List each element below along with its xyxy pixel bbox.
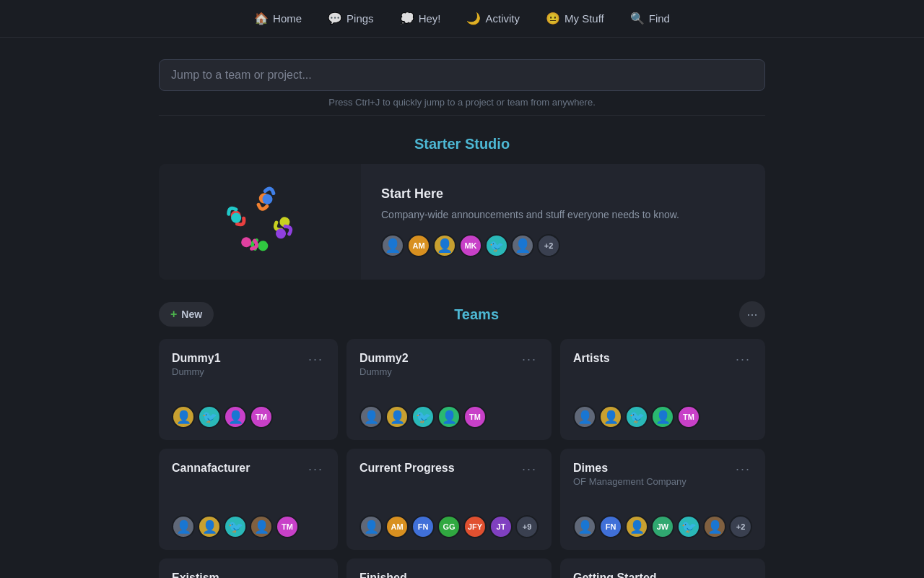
avatar: 👤 (573, 405, 596, 428)
search-input[interactable] (159, 59, 765, 91)
avatar: 👤 (703, 515, 726, 538)
avatar-tm: TM (250, 405, 273, 428)
avatar: 👤 (172, 515, 195, 538)
new-button-label: New (181, 309, 202, 320)
team-members-row: 👤 🐦 👤 TM (172, 405, 325, 428)
avatar-jw: JW (651, 515, 674, 538)
team-card-dummy2[interactable]: Dummy2 Dummy ··· 👤 👤 🐦 👤 TM (346, 339, 552, 440)
search-hint: Press Ctrl+J to quickly jump to a projec… (159, 97, 765, 108)
nav-find[interactable]: 🔍 Find (620, 7, 680, 30)
team-name: Dummy1 (172, 352, 221, 365)
avatar: 🐦 (677, 515, 700, 538)
team-card-header: Cannafacturer ··· (172, 462, 325, 477)
team-menu-button[interactable]: ··· (307, 352, 325, 367)
avatar: 👤 (651, 405, 674, 428)
team-menu-button[interactable]: ··· (520, 352, 539, 367)
avatar: 👤 (599, 405, 622, 428)
hey-icon: 💭 (400, 12, 414, 25)
avatar: 👤 (511, 234, 534, 257)
studio-project-desc: Company-wide announcements and stuff eve… (381, 207, 745, 223)
new-team-button[interactable]: + New (159, 302, 214, 327)
team-title-group: Artists (573, 352, 610, 366)
starter-studio-card[interactable]: Start Here Company-wide announcements an… (159, 164, 765, 280)
studio-logo-panel (159, 164, 361, 280)
avatar: 👤 (437, 405, 461, 428)
team-card-finished[interactable]: Finished ··· (346, 558, 552, 578)
team-menu-button[interactable]: ··· (520, 571, 539, 578)
team-menu-button[interactable]: ··· (734, 571, 752, 578)
team-card-header: Artists ··· (573, 352, 752, 367)
avatar-tm: TM (463, 405, 487, 428)
nav-home[interactable]: 🏠 Home (244, 7, 312, 30)
team-card-current-progress[interactable]: Current Progress ··· 👤 AM FN GG JFY JT +… (346, 449, 552, 550)
team-title-group: Finished (359, 571, 407, 578)
team-name: Finished (359, 571, 407, 578)
team-card-header: Dummy2 Dummy ··· (359, 352, 539, 377)
team-title-group: Dummy2 Dummy (359, 352, 409, 377)
team-card-artists[interactable]: Artists ··· 👤 👤 🐦 👤 TM (560, 339, 765, 440)
team-title-group: Cannafacturer (172, 462, 250, 476)
search-container: Press Ctrl+J to quickly jump to a projec… (159, 59, 765, 108)
team-members-row: 👤 AM FN GG JFY JT +9 (359, 515, 539, 538)
team-members-row: 👤 👤 🐦 👤 TM (573, 405, 752, 428)
team-card-header: Dummy1 Dummy ··· (172, 352, 325, 377)
avatar: 👤 (385, 405, 409, 428)
team-menu-button[interactable]: ··· (734, 352, 752, 367)
team-menu-button[interactable]: ··· (734, 462, 752, 477)
team-card-header: Dimes OF Management Company ··· (573, 462, 752, 487)
avatar: 🐦 (411, 405, 435, 428)
team-members-row: 👤 👤 🐦 👤 TM (359, 405, 539, 428)
team-menu-button[interactable]: ··· (307, 571, 325, 578)
team-members-row: 👤 FN 👤 JW 🐦 👤 +2 (573, 515, 752, 538)
team-menu-button[interactable]: ··· (520, 462, 539, 477)
team-name: Cannafacturer (172, 462, 250, 475)
more-icon: ··· (746, 307, 757, 322)
team-card-dummy1[interactable]: Dummy1 Dummy ··· 👤 🐦 👤 TM (159, 339, 338, 440)
main-content: Press Ctrl+J to quickly jump to a projec… (144, 38, 780, 578)
team-card-existism[interactable]: Existism ··· (159, 558, 338, 578)
avatar-tm: TM (677, 405, 700, 428)
svg-point-7 (240, 236, 253, 249)
team-title-group: Current Progress (359, 462, 455, 476)
team-card-dimes[interactable]: Dimes OF Management Company ··· 👤 FN 👤 J… (560, 449, 765, 550)
home-icon: 🏠 (254, 12, 269, 25)
avatar: AM (407, 234, 430, 257)
team-card-getting-started[interactable]: Getting Started ··· (560, 558, 765, 578)
studio-members-row: 👤 AM 👤 MK 🐦 👤 +2 (381, 234, 745, 257)
team-card-cannafacturer[interactable]: Cannafacturer ··· 👤 👤 🐦 👤 TM (159, 449, 338, 550)
team-menu-button[interactable]: ··· (307, 462, 325, 477)
nav-pings[interactable]: 💬 Pings (318, 7, 384, 30)
nav-find-label: Find (649, 12, 670, 25)
team-title-group: Existism (172, 571, 219, 578)
avatar-jfy: JFY (463, 515, 487, 538)
nav-hey-label: Hey! (419, 12, 441, 25)
plus-icon: + (170, 308, 177, 321)
nav-mystuff[interactable]: 😐 My Stuff (536, 7, 614, 30)
avatar: 👤 (573, 515, 596, 538)
teams-more-button[interactable]: ··· (739, 301, 765, 327)
avatar-more: +2 (537, 234, 560, 257)
avatar: MK (459, 234, 482, 257)
teams-grid: Dummy1 Dummy ··· 👤 🐦 👤 TM Dummy2 Dummy ·… (159, 339, 765, 578)
studio-project-name: Start Here (381, 186, 745, 202)
nav-hey[interactable]: 💭 Hey! (390, 7, 451, 30)
avatar: 👤 (198, 515, 221, 538)
pings-icon: 💬 (328, 12, 342, 25)
avatar-more: +9 (515, 515, 539, 538)
avatar: 👤 (625, 515, 648, 538)
team-title-group: Getting Started (573, 571, 657, 578)
avatar: 🐦 (224, 515, 247, 538)
team-name: Getting Started (573, 571, 657, 578)
avatar-am: AM (385, 515, 409, 538)
team-members-row: 👤 👤 🐦 👤 TM (172, 515, 325, 538)
nav-pings-label: Pings (346, 12, 374, 25)
avatar-more: +2 (729, 515, 752, 538)
nav-activity[interactable]: 🌙 Activity (456, 7, 530, 30)
section-divider (159, 115, 765, 116)
activity-icon: 🌙 (466, 12, 481, 25)
avatar-jt: JT (489, 515, 513, 538)
avatar: 👤 (381, 234, 404, 257)
team-card-header: Current Progress ··· (359, 462, 539, 477)
nav-mystuff-label: My Stuff (565, 12, 604, 25)
team-title-group: Dimes OF Management Company (573, 462, 687, 487)
